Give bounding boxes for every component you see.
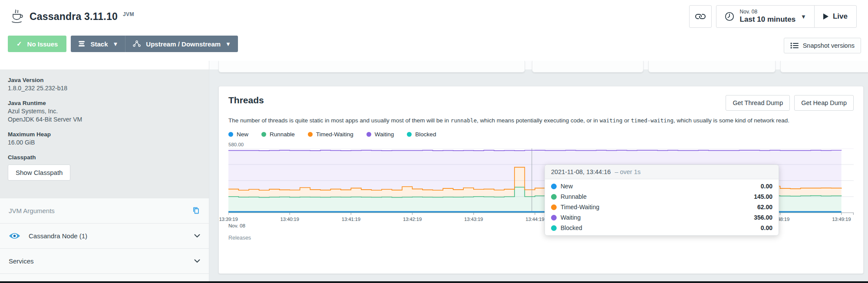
- info-label: Java Version: [8, 77, 201, 83]
- stack-button[interactable]: Stack ▼: [71, 36, 125, 52]
- description-text: , which usually is some kind of network …: [673, 117, 789, 124]
- copy-icon[interactable]: [191, 206, 200, 215]
- legend-label: Timed-Waiting: [316, 131, 353, 138]
- toolbar: ✓ No Issues Stack ▼: [0, 33, 868, 55]
- no-issues-label: No Issues: [27, 40, 58, 48]
- tooltip-row-timed-waiting: Timed-Waiting62.00: [545, 202, 779, 212]
- chart-legend: NewRunnableTimed-WaitingWaitingBlocked: [228, 131, 854, 138]
- tooltip-series-name: Waiting: [561, 214, 581, 221]
- legend-item-waiting[interactable]: Waiting: [366, 131, 394, 138]
- time-range-button[interactable]: Nov. 08 Last 10 minutes ▼: [716, 6, 814, 27]
- thread-state-term: runnable: [451, 117, 477, 124]
- tooltip-series-dot: [551, 204, 557, 210]
- threads-card-buttons: Get Thread Dump Get Heap Dump: [726, 95, 854, 111]
- tooltip-header: 2021-11-08, 13:44:16 – over 1s: [545, 165, 779, 179]
- sidebar-item-label: Services: [9, 257, 34, 265]
- description-text: The number of threads is quite static in…: [228, 117, 451, 124]
- card-stub: [780, 61, 868, 72]
- x-tick-label: 13:41:19: [342, 217, 360, 222]
- cassandra-eye-icon: [9, 232, 20, 240]
- info-block: Java RuntimeAzul Systems, Inc.OpenJDK 64…: [8, 100, 201, 124]
- thread-state-term: timed-waiting: [631, 117, 673, 124]
- chevron-down-icon: ▼: [801, 13, 806, 20]
- tooltip-row-blocked: Blocked0.00: [545, 223, 779, 233]
- legend-item-runnable[interactable]: Runnable: [261, 131, 295, 138]
- tooltip-series-value: 356.00: [754, 214, 772, 221]
- sidebar: Java Version1.8.0_232 25.232-b18Java Run…: [0, 61, 209, 281]
- chevron-down-icon: ▼: [225, 41, 231, 47]
- no-issues-button[interactable]: ✓ No Issues: [8, 36, 66, 52]
- tooltip-timestamp: 2021-11-08, 13:44:16: [551, 168, 611, 175]
- tooltip-series-value: 0.00: [761, 224, 772, 231]
- info-label: Java Runtime: [8, 100, 201, 106]
- window-bottom-edge: [0, 281, 868, 283]
- show-classpath-button[interactable]: Show Classpath: [8, 165, 70, 181]
- threads-card: Threads Get Thread Dump Get Heap Dump Th…: [218, 86, 864, 274]
- threads-card-header: Threads Get Thread Dump Get Heap Dump: [228, 95, 854, 111]
- time-range-texts: Nov. 08 Last 10 minutes: [740, 9, 796, 23]
- legend-dot: [366, 132, 371, 137]
- top-band: Cassandra 3.11.10 JVM: [0, 0, 868, 61]
- share-link-button[interactable]: [689, 5, 712, 28]
- stack-upstream-group: Stack ▼ Upstream / Downstream ▼: [71, 36, 238, 52]
- description-text: , which means potentially executing code…: [477, 117, 600, 124]
- play-icon: [823, 13, 828, 20]
- legend-label: Blocked: [415, 131, 436, 138]
- legend-item-new[interactable]: New: [228, 131, 248, 138]
- legend-item-timed-waiting[interactable]: Timed-Waiting: [308, 131, 353, 138]
- time-range-date: Nov. 08: [740, 9, 796, 15]
- main-content: Threads Get Thread Dump Get Heap Dump Th…: [209, 61, 868, 281]
- info-block: ClasspathShow Classpath: [8, 154, 201, 181]
- tooltip-series-value: 0.00: [761, 183, 772, 190]
- snapshot-versions-button[interactable]: Snapshot versions: [784, 38, 861, 53]
- tooltip-series-name: New: [561, 183, 573, 190]
- jvm-info-panel: Java Version1.8.0_232 25.232-b18Java Run…: [0, 69, 209, 198]
- sidebar-item-cassandra-node-1[interactable]: Cassandra Node (1): [0, 224, 209, 249]
- live-button[interactable]: Live: [814, 6, 856, 27]
- tooltip-series-dot: [551, 215, 557, 220]
- card-stub: [532, 61, 644, 72]
- sidebar-item-services[interactable]: Services: [0, 249, 209, 274]
- thread-state-term: waiting: [600, 117, 623, 124]
- x-tick-label: 13:49:19: [832, 217, 851, 222]
- x-tick-label: 13:44:19: [525, 217, 544, 222]
- tooltip-series-name: Timed-Waiting: [561, 204, 599, 211]
- legend-dot: [308, 132, 313, 137]
- legend-label: Runnable: [270, 131, 295, 138]
- card-stub: [218, 61, 525, 72]
- info-value: OpenJDK 64-Bit Server VM: [8, 115, 201, 124]
- info-block: Java Version1.8.0_232 25.232-b18: [8, 77, 201, 92]
- info-label: Maximum Heap: [8, 131, 201, 138]
- legend-item-blocked[interactable]: Blocked: [407, 131, 436, 138]
- sidebar-item-jvm-arguments[interactable]: JVM Arguments: [0, 198, 209, 224]
- threads-description: The number of threads is quite static in…: [228, 116, 854, 125]
- chevron-down-icon: [194, 234, 200, 238]
- chevron-down-icon: ▼: [112, 41, 118, 47]
- java-cup-icon: [10, 9, 23, 24]
- x-tick-label: 13:39:19: [219, 217, 238, 222]
- description-text: or: [623, 117, 631, 124]
- sidebar-item-label: JVM Arguments: [9, 207, 55, 214]
- app-window: Cassandra 3.11.10 JVM: [0, 0, 868, 283]
- header-actions: Nov. 08 Last 10 minutes ▼ Live: [689, 5, 857, 28]
- info-label: Classpath: [8, 154, 201, 161]
- tooltip-row-waiting: Waiting356.00: [545, 212, 779, 223]
- tooltip-duration: – over 1s: [615, 168, 641, 175]
- tooltip-row-runnable: Runnable145.00: [545, 191, 779, 202]
- tooltip-series-dot: [551, 184, 557, 189]
- tooltip-series-name: Runnable: [561, 193, 587, 200]
- get-thread-dump-button[interactable]: Get Thread Dump: [726, 95, 790, 111]
- page-title: Cassandra 3.11.10: [30, 11, 118, 23]
- legend-dot: [261, 132, 266, 137]
- info-block: Maximum Heap16.00 GiB: [8, 131, 201, 147]
- x-tick-label: 13:43:19: [464, 217, 483, 222]
- tooltip-series-value: 145.00: [754, 193, 772, 200]
- get-heap-dump-button[interactable]: Get Heap Dump: [794, 95, 854, 111]
- upstream-downstream-button[interactable]: Upstream / Downstream ▼: [125, 36, 238, 52]
- stack-label: Stack: [90, 40, 108, 48]
- tooltip-series-name: Blocked: [561, 224, 582, 231]
- stack-icon: [78, 40, 86, 48]
- legend-label: Waiting: [375, 131, 394, 138]
- time-range-label: Last 10 minutes: [740, 15, 796, 24]
- check-icon: ✓: [17, 40, 22, 48]
